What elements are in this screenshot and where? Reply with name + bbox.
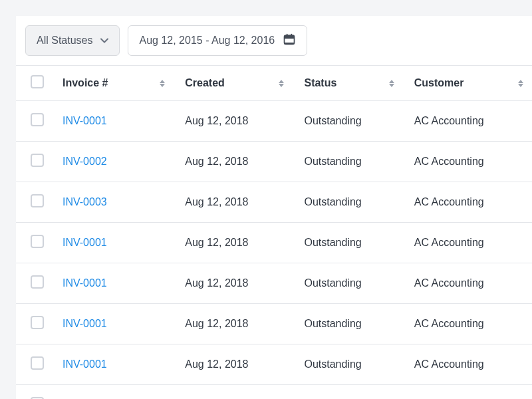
cell-created: Aug 12, 2018: [178, 101, 297, 142]
cell-customer: AC Accounting: [408, 142, 532, 182]
invoice-panel: All Statuses Aug 12, 2015 - Aug 12, 2016: [16, 16, 532, 399]
cell-created: Aug 12, 2018: [178, 385, 297, 400]
row-checkbox[interactable]: [31, 316, 44, 329]
cell-status: Outstanding: [297, 101, 407, 142]
cell-customer: AC Accounting: [408, 304, 532, 344]
svg-rect-3: [285, 38, 295, 43]
cell-customer: AC Accounting: [408, 223, 532, 263]
svg-rect-7: [291, 34, 293, 37]
col-invoice-label: Invoice #: [63, 77, 108, 89]
row-checkbox[interactable]: [31, 154, 44, 167]
cell-status: Outstanding: [297, 223, 407, 263]
sort-icon: [518, 80, 523, 87]
cell-customer: AC Accounting: [408, 385, 532, 400]
chevron-down-icon: [100, 37, 108, 45]
col-customer-label: Customer: [414, 77, 464, 89]
invoice-table: Invoice # Created Status: [16, 65, 532, 399]
sort-icon: [279, 80, 284, 87]
toolbar: All Statuses Aug 12, 2015 - Aug 12, 2016: [16, 16, 532, 65]
cell-created: Aug 12, 2018: [178, 344, 297, 385]
invoice-link[interactable]: INV-0001: [63, 115, 107, 126]
invoice-link[interactable]: INV-0001: [63, 277, 107, 289]
cell-created: Aug 12, 2018: [178, 304, 297, 344]
row-checkbox[interactable]: [31, 194, 44, 207]
cell-status: Outstanding: [297, 182, 407, 223]
svg-rect-6: [287, 34, 288, 37]
col-invoice[interactable]: Invoice #: [56, 66, 178, 101]
table-row: INV-0001Aug 12, 2018OutstandingAC Accoun…: [16, 101, 532, 142]
row-checkbox[interactable]: [31, 235, 44, 248]
table-row: INV-0001Aug 12, 2018OutstandingAC Accoun…: [16, 223, 532, 263]
col-status[interactable]: Status: [297, 66, 407, 101]
table-row: INV-0001Aug 12, 2018OutstandingAC Accoun…: [16, 385, 532, 400]
table-row: INV-0001Aug 12, 2018OutstandingAC Accoun…: [16, 263, 532, 304]
cell-created: Aug 12, 2018: [178, 142, 297, 182]
cell-status: Outstanding: [297, 344, 407, 385]
invoice-link[interactable]: INV-0001: [63, 237, 107, 248]
col-created-label: Created: [185, 77, 225, 89]
col-customer[interactable]: Customer: [408, 66, 532, 101]
cell-customer: AC Accounting: [408, 344, 532, 385]
col-created[interactable]: Created: [178, 66, 297, 101]
cell-status: Outstanding: [297, 304, 407, 344]
table-row: INV-0002Aug 12, 2018OutstandingAC Accoun…: [16, 142, 532, 182]
table-row: INV-0001Aug 12, 2018OutstandingAC Accoun…: [16, 344, 532, 385]
col-status-label: Status: [304, 77, 336, 89]
invoice-link[interactable]: INV-0002: [63, 156, 107, 167]
select-all-checkbox[interactable]: [31, 75, 44, 88]
status-filter-label: All Statuses: [37, 35, 92, 47]
invoice-link[interactable]: INV-0003: [63, 196, 107, 207]
table-row: INV-0001Aug 12, 2018OutstandingAC Accoun…: [16, 304, 532, 344]
cell-customer: AC Accounting: [408, 182, 532, 223]
sort-icon: [160, 80, 165, 87]
date-range-label: Aug 12, 2015 - Aug 12, 2016: [139, 35, 275, 47]
cell-status: Outstanding: [297, 142, 407, 182]
cell-status: Outstanding: [297, 263, 407, 304]
cell-created: Aug 12, 2018: [178, 182, 297, 223]
row-checkbox[interactable]: [31, 275, 44, 289]
invoice-link[interactable]: INV-0001: [63, 318, 107, 329]
cell-customer: AC Accounting: [408, 101, 532, 142]
status-filter[interactable]: All Statuses: [25, 25, 120, 56]
row-checkbox[interactable]: [31, 113, 44, 126]
sort-icon: [389, 80, 394, 87]
cell-customer: AC Accounting: [408, 263, 532, 304]
date-range-filter[interactable]: Aug 12, 2015 - Aug 12, 2016: [128, 25, 307, 56]
row-checkbox[interactable]: [31, 356, 44, 370]
calendar-icon: [283, 33, 296, 49]
cell-status: Outstanding: [297, 385, 407, 400]
table-row: INV-0003Aug 12, 2018OutstandingAC Accoun…: [16, 182, 532, 223]
cell-created: Aug 12, 2018: [178, 263, 297, 304]
invoice-link[interactable]: INV-0001: [63, 358, 107, 370]
cell-created: Aug 12, 2018: [178, 223, 297, 263]
